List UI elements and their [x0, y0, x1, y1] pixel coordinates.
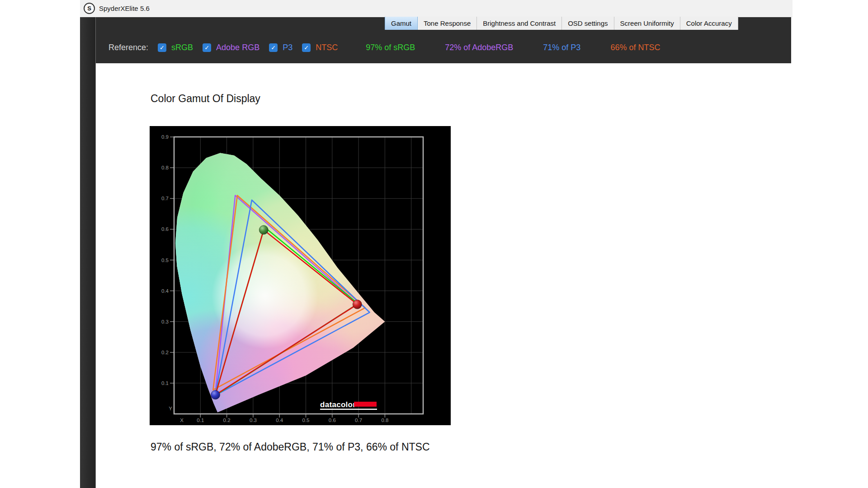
svg-text:0.2: 0.2 [223, 418, 231, 423]
checkbox-srgb[interactable]: ✓ [158, 43, 166, 52]
reference-group-ntsc: ✓NTSC [302, 43, 338, 52]
checkbox-ntsc[interactable]: ✓ [302, 43, 311, 52]
checkbox-label: P3 [283, 43, 292, 52]
svg-text:0.4: 0.4 [276, 418, 283, 423]
reference-group-p3: ✓P3 [269, 43, 292, 52]
svg-text:0.8: 0.8 [381, 418, 388, 423]
svg-text:0.7: 0.7 [161, 196, 169, 201]
tab-gamut[interactable]: Gamut [385, 17, 418, 30]
checkbox-label: sRGB [171, 43, 193, 52]
svg-text:Y: Y [169, 406, 172, 411]
svg-text:0.8: 0.8 [161, 165, 169, 170]
checkbox-label: NTSC [316, 43, 338, 52]
checkbox-label: Adobe RGB [216, 43, 259, 52]
svg-text:0.3: 0.3 [161, 319, 169, 324]
svg-text:0.4: 0.4 [161, 288, 169, 294]
tab-bar: GamutTone ResponseBrightness and Contras… [385, 17, 738, 30]
reference-checkbox-groups: ✓sRGB✓Adobe RGB✓P3✓NTSC [148, 43, 338, 52]
tab-osd-settings[interactable]: OSD settings [562, 17, 614, 30]
window-title: SpyderXElite 5.6 [99, 5, 150, 12]
checkbox-p3[interactable]: ✓ [269, 43, 278, 52]
coverage-result: 66% of NTSC [610, 43, 660, 52]
tab-screen-uniformity[interactable]: Screen Uniformity [614, 17, 680, 30]
left-sidebar-strip [80, 17, 96, 488]
coverage-caption: 97% of sRGB, 72% of AdobeRGB, 71% of P3,… [151, 441, 430, 453]
svg-text:X: X [180, 418, 184, 423]
svg-text:datacolor: datacolor [320, 400, 356, 409]
content-panel: Color Gamut Of Display 0.90.80.70.60.50.… [96, 63, 868, 488]
reference-group-srgb: ✓sRGB [158, 43, 193, 52]
reference-row: Reference: ✓sRGB✓Adobe RGB✓P3✓NTSC 97% o… [108, 41, 660, 54]
coverage-result: 97% of sRGB [366, 43, 415, 52]
svg-text:0.7: 0.7 [355, 418, 362, 423]
tab-tone-response[interactable]: Tone Response [418, 17, 477, 30]
coverage-result: 72% of AdobeRGB [445, 43, 513, 52]
tab-color-accuracy[interactable]: Color Accuracy [680, 17, 738, 30]
svg-text:0.6: 0.6 [161, 226, 169, 232]
svg-text:0.5: 0.5 [302, 418, 310, 423]
svg-text:0.6: 0.6 [329, 418, 336, 423]
tab-brightness-and-contrast[interactable]: Brightness and Contrast [477, 17, 562, 30]
svg-text:0.1: 0.1 [161, 380, 169, 386]
svg-text:0.2: 0.2 [161, 350, 169, 355]
reference-group-adobe-rgb: ✓Adobe RGB [203, 43, 259, 52]
title-bar: S SpyderXElite 5.6 [80, 0, 793, 17]
screen: S SpyderXElite 5.6 GamutTone ResponseBri… [0, 0, 868, 488]
chromaticity-chart: 0.90.80.70.60.50.40.30.20.10.10.20.30.40… [150, 126, 451, 425]
svg-text:0.1: 0.1 [197, 418, 204, 423]
reference-label: Reference: [108, 43, 148, 52]
checkbox-adobe-rgb[interactable]: ✓ [203, 43, 211, 52]
gamut-coverage-results: 97% of sRGB72% of AdobeRGB71% of P366% o… [338, 43, 660, 52]
svg-text:0.3: 0.3 [250, 418, 257, 423]
svg-text:0.9: 0.9 [161, 134, 169, 140]
svg-text:0.5: 0.5 [161, 258, 169, 263]
coverage-result: 71% of P3 [543, 43, 580, 52]
page-title: Color Gamut Of Display [151, 93, 260, 105]
app-logo-icon: S [84, 3, 95, 14]
